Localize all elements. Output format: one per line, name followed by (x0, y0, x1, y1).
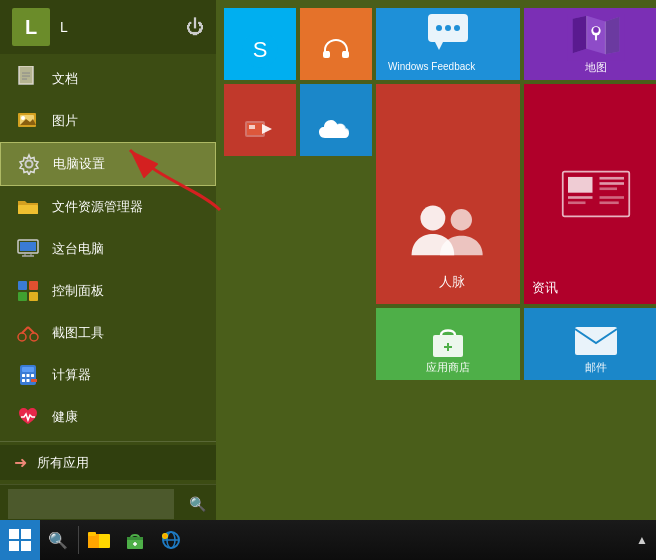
this-pc-label: 这台电脑 (52, 240, 104, 258)
all-apps-button[interactable]: ➜ 所有应用 (0, 445, 216, 480)
svg-marker-54 (262, 124, 272, 134)
svg-point-49 (593, 27, 599, 33)
tile-skype[interactable]: S (224, 8, 296, 80)
store-label: 应用商店 (426, 361, 470, 374)
tile-onedrive[interactable] (300, 84, 372, 156)
news-label: 资讯 (532, 280, 558, 296)
skype-icon: S (241, 31, 279, 74)
svg-rect-64 (600, 196, 625, 199)
mail-label: 邮件 (585, 361, 607, 374)
svg-point-82 (163, 534, 167, 538)
feedback-icon (423, 12, 473, 57)
svg-rect-36 (342, 51, 349, 58)
svg-point-22 (30, 333, 38, 341)
sidebar-item-file-explorer[interactable]: 文件资源管理器 (0, 186, 216, 228)
search-box: 🔍 (0, 484, 216, 522)
ie-icon (161, 530, 181, 550)
svg-point-39 (436, 25, 442, 31)
sidebar-item-this-pc[interactable]: 这台电脑 (0, 228, 216, 270)
control-panel-label: 控制面板 (52, 282, 104, 300)
svg-rect-59 (568, 196, 593, 199)
taskbar-file-explorer[interactable] (81, 522, 117, 558)
svg-rect-72 (88, 534, 99, 548)
svg-rect-10 (18, 205, 38, 214)
svg-rect-62 (600, 182, 625, 185)
tile-news[interactable]: 资讯 (524, 84, 656, 304)
people-icon (408, 194, 488, 274)
computer-icon (14, 235, 42, 263)
video-icon (244, 118, 276, 150)
svg-rect-17 (18, 281, 27, 290)
pc-settings-label: 电脑设置 (53, 155, 105, 173)
sidebar-item-health[interactable]: 健康 (0, 396, 216, 438)
taskbar-store-icon (125, 530, 145, 550)
svg-rect-29 (31, 374, 34, 377)
user-area[interactable]: L L ⏻ (0, 0, 216, 54)
svg-point-41 (454, 25, 460, 31)
taskbar-internet-explorer[interactable] (153, 522, 189, 558)
sidebar-item-calculator[interactable]: 计算器 (0, 354, 216, 396)
store-icon (427, 319, 469, 361)
svg-rect-1 (19, 66, 33, 84)
calculator-icon (14, 361, 42, 389)
gear-icon (15, 150, 43, 178)
tile-feedback[interactable]: Windows Feedback (376, 8, 520, 80)
svg-point-9 (26, 161, 33, 168)
svg-point-56 (451, 210, 472, 231)
menu-items: 文档 图片 (0, 54, 216, 484)
sidebar-item-control-panel[interactable]: 控制面板 (0, 270, 216, 312)
svg-rect-28 (27, 374, 30, 377)
svg-rect-75 (127, 537, 143, 540)
feedback-label: Windows Feedback (382, 61, 475, 77)
taskbar: 🔍 ▲ (0, 520, 656, 560)
tile-store[interactable]: 应用商店 (376, 308, 520, 380)
svg-rect-30 (22, 379, 25, 382)
avatar[interactable]: L (12, 8, 50, 46)
pictures-icon (14, 107, 42, 135)
file-explorer-label: 文件资源管理器 (52, 198, 143, 216)
svg-rect-35 (323, 51, 330, 58)
tile-map[interactable]: 地图 (524, 8, 656, 80)
pictures-label: 图片 (52, 112, 78, 130)
sidebar-item-pc-settings[interactable]: 电脑设置 (0, 142, 216, 186)
svg-marker-38 (435, 42, 443, 50)
taskbar-store[interactable] (117, 522, 153, 558)
search-input[interactable] (8, 489, 174, 519)
user-name: L (60, 19, 68, 35)
svg-rect-20 (29, 292, 38, 301)
sidebar-item-snipping-tool[interactable]: 截图工具 (0, 312, 216, 354)
arrow-right-icon: ➜ (14, 453, 27, 472)
folder-icon (14, 193, 42, 221)
svg-marker-44 (573, 16, 587, 53)
svg-rect-58 (568, 177, 593, 193)
taskbar-right-area: ▲ (636, 533, 656, 547)
calculator-label: 计算器 (52, 366, 91, 384)
search-button[interactable]: 🔍 (182, 489, 212, 519)
svg-rect-61 (600, 177, 625, 180)
svg-rect-32 (31, 379, 37, 382)
all-apps-label: 所有应用 (37, 454, 89, 472)
windows-logo-icon (9, 529, 31, 551)
sidebar-item-pictures[interactable]: 图片 (0, 100, 216, 142)
start-button[interactable] (0, 520, 40, 560)
svg-rect-27 (22, 374, 25, 377)
taskbar-search-button[interactable]: 🔍 (40, 520, 76, 560)
tile-people[interactable]: 人脉 (376, 84, 520, 304)
svg-line-24 (28, 327, 34, 333)
svg-point-40 (445, 25, 451, 31)
svg-rect-19 (18, 292, 27, 301)
control-panel-icon (14, 277, 42, 305)
svg-rect-65 (600, 201, 619, 204)
map-label: 地图 (585, 61, 607, 74)
onedrive-icon (317, 118, 355, 150)
taskbar-divider (78, 526, 79, 554)
tile-video[interactable] (224, 84, 296, 156)
svg-line-23 (22, 327, 28, 333)
tile-mail[interactable]: 邮件 (524, 308, 656, 380)
sidebar-item-documents[interactable]: 文档 (0, 58, 216, 100)
tile-headphones[interactable] (300, 8, 372, 80)
power-button[interactable]: ⏻ (186, 17, 204, 38)
svg-marker-45 (605, 17, 619, 54)
menu-divider (0, 441, 216, 442)
tiles-panel: S (216, 0, 656, 520)
